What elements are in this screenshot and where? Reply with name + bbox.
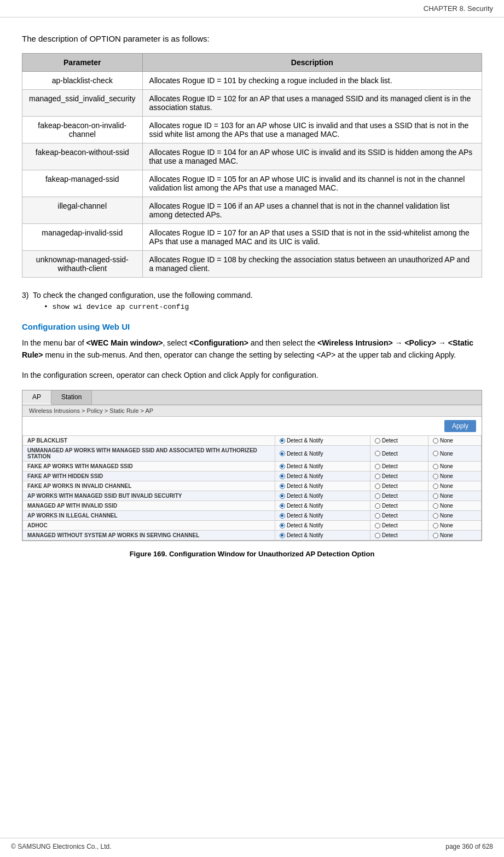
param-cell: illegal-channel xyxy=(22,197,143,224)
footer-left: © SAMSUNG Electronics Co., Ltd. xyxy=(11,843,112,850)
ui-row-none[interactable]: None xyxy=(428,471,481,481)
ui-row-detect[interactable]: Detect xyxy=(370,511,428,521)
ui-table-row: AP WORKS IN ILLEGAL CHANNEL Detect & Not… xyxy=(23,511,482,521)
ui-row-detect[interactable]: Detect xyxy=(370,471,428,481)
col-header-parameter: Parameter xyxy=(22,54,143,72)
ui-table-row: AP BLACKLIST Detect & Notify Detect None xyxy=(23,436,482,446)
ui-row-detect-notify[interactable]: Detect & Notify xyxy=(275,481,370,491)
ui-row-label: FAKE AP WITH HIDDEN SSID xyxy=(23,471,275,481)
ui-row-label: UNMANAGED AP WORKS WITH MANAGED SSID AND… xyxy=(23,446,275,462)
ui-row-none[interactable]: None xyxy=(428,436,481,446)
param-cell: managedap-invalid-ssid xyxy=(22,224,143,251)
desc-cell: Allocates Rogue ID = 101 by checking a r… xyxy=(142,72,482,90)
ui-row-detect-notify[interactable]: Detect & Notify xyxy=(275,501,370,511)
ui-row-none[interactable]: None xyxy=(428,446,481,462)
param-cell: unknownap-managed-ssid-withauth-client xyxy=(22,251,143,278)
body-text-2: In the configuration screen, operator ca… xyxy=(22,369,482,381)
figure-caption: Figure 169. Configuration Window for Una… xyxy=(22,550,482,558)
apply-button[interactable]: Apply xyxy=(444,420,476,432)
tab-station[interactable]: Station xyxy=(51,390,92,405)
page-footer: © SAMSUNG Electronics Co., Ltd. page 360… xyxy=(0,838,504,850)
ui-row-detect[interactable]: Detect xyxy=(370,446,428,462)
ui-row-label: MANAGED WITHOUT SYSTEM AP WORKS IN SERVI… xyxy=(23,531,275,540)
ui-row-label: FAKE AP WORKS IN INVALID CHANNEL xyxy=(23,481,275,491)
ui-row-detect-notify[interactable]: Detect & Notify xyxy=(275,436,370,446)
param-cell: managed_ssid_invalid_security xyxy=(22,90,143,117)
ui-row-detect[interactable]: Detect xyxy=(370,462,428,471)
ui-table-row: FAKE AP WITH HIDDEN SSID Detect & Notify… xyxy=(23,471,482,481)
ui-row-none[interactable]: None xyxy=(428,501,481,511)
ui-row-detect-notify[interactable]: Detect & Notify xyxy=(275,531,370,540)
ui-row-detect[interactable]: Detect xyxy=(370,481,428,491)
ui-row-none[interactable]: None xyxy=(428,531,481,540)
ui-table-row: AP WORKS WITH MANAGED SSID BUT INVALID S… xyxy=(23,491,482,501)
table-row: managedap-invalid-ssidAllocates Rogue ID… xyxy=(22,224,482,251)
ui-row-detect[interactable]: Detect xyxy=(370,491,428,501)
ui-row-none[interactable]: None xyxy=(428,491,481,501)
ui-row-detect[interactable]: Detect xyxy=(370,501,428,511)
ui-row-detect-notify[interactable]: Detect & Notify xyxy=(275,491,370,501)
body-text-1: In the menu bar of <WEC Main window>, se… xyxy=(22,337,482,361)
ui-row-label: AP WORKS IN ILLEGAL CHANNEL xyxy=(23,511,275,521)
param-cell: ap-blacklist-check xyxy=(22,72,143,90)
desc-cell: Allocates Rogue ID = 102 for an AP that … xyxy=(142,90,482,117)
intro-text: The description of OPTION parameter is a… xyxy=(22,34,482,43)
ui-row-detect[interactable]: Detect xyxy=(370,531,428,540)
table-row: ap-blacklist-checkAllocates Rogue ID = 1… xyxy=(22,72,482,90)
page-content: The description of OPTION parameter is a… xyxy=(0,18,504,591)
ui-table-row: FAKE AP WORKS IN INVALID CHANNEL Detect … xyxy=(23,481,482,491)
col-header-description: Description xyxy=(142,54,482,72)
ui-table-row: ADHOC Detect & Notify Detect None xyxy=(23,521,482,531)
table-row: illegal-channelAllocates Rogue ID = 106 … xyxy=(22,197,482,224)
ui-row-detect-notify[interactable]: Detect & Notify xyxy=(275,521,370,531)
ui-row-none[interactable]: None xyxy=(428,521,481,531)
param-cell: fakeap-beacon-without-ssid xyxy=(22,143,143,170)
ui-table-row: UNMANAGED AP WORKS WITH MANAGED SSID AND… xyxy=(23,446,482,462)
ui-row-detect-notify[interactable]: Detect & Notify xyxy=(275,511,370,521)
footer-right: page 360 of 628 xyxy=(445,843,493,850)
desc-cell: Allocates rogue ID = 103 for an AP whose… xyxy=(142,117,482,143)
step-description: To check the changed configuration, use … xyxy=(33,291,253,300)
ui-row-detect[interactable]: Detect xyxy=(370,436,428,446)
ui-screenshot: AP Station Wireless Intrusions > Policy … xyxy=(22,390,482,541)
ui-row-detect[interactable]: Detect xyxy=(370,521,428,531)
tab-bar: AP Station xyxy=(22,390,482,405)
ui-table-row: MANAGED WITHOUT SYSTEM AP WORKS IN SERVI… xyxy=(23,531,482,540)
table-row: unknownap-managed-ssid-withauth-clientAl… xyxy=(22,251,482,278)
step-number: 3) xyxy=(22,291,28,300)
breadcrumb: Wireless Intrusions > Policy > Static Ru… xyxy=(22,405,482,417)
step-bullet: • show wi device ap current-config xyxy=(44,303,482,311)
step-text: 3) To check the changed configuration, u… xyxy=(22,291,482,300)
page-header: CHAPTER 8. Security xyxy=(0,0,504,18)
ui-row-label: MANAGED AP WITH INVALID SSID xyxy=(23,501,275,511)
ui-row-none[interactable]: None xyxy=(428,511,481,521)
table-row: fakeap-managed-ssidAllocates Rogue ID = … xyxy=(22,170,482,197)
desc-cell: Allocates Rogue ID = 108 by checking the… xyxy=(142,251,482,278)
desc-cell: Allocates Rogue ID = 106 if an AP uses a… xyxy=(142,197,482,224)
ui-table-row: FAKE AP WORKS WITH MANAGED SSID Detect &… xyxy=(23,462,482,471)
tab-ap[interactable]: AP xyxy=(22,390,51,405)
chapter-title: CHAPTER 8. Security xyxy=(424,4,493,13)
ui-row-detect-notify[interactable]: Detect & Notify xyxy=(275,471,370,481)
ui-row-detect-notify[interactable]: Detect & Notify xyxy=(275,446,370,462)
desc-cell: Allocates Rogue ID = 107 for an AP that … xyxy=(142,224,482,251)
ui-row-label: FAKE AP WORKS WITH MANAGED SSID xyxy=(23,462,275,471)
ui-row-label: AP BLACKLIST xyxy=(23,436,275,446)
ui-table-row: MANAGED AP WITH INVALID SSID Detect & No… xyxy=(23,501,482,511)
desc-cell: Allocates Rogue ID = 104 for an AP whose… xyxy=(142,143,482,170)
table-row: managed_ssid_invalid_securityAllocates R… xyxy=(22,90,482,117)
ui-options-table: AP BLACKLIST Detect & Notify Detect None… xyxy=(22,435,482,540)
step-section: 3) To check the changed configuration, u… xyxy=(22,291,482,311)
param-cell: fakeap-managed-ssid xyxy=(22,170,143,197)
ui-row-label: ADHOC xyxy=(23,521,275,531)
table-row: fakeap-beacon-on-invalid-channelAllocate… xyxy=(22,117,482,143)
table-row: fakeap-beacon-without-ssidAllocates Rogu… xyxy=(22,143,482,170)
ui-row-detect-notify[interactable]: Detect & Notify xyxy=(275,462,370,471)
desc-cell: Allocates Rogue ID = 105 for an AP whose… xyxy=(142,170,482,197)
param-cell: fakeap-beacon-on-invalid-channel xyxy=(22,117,143,143)
ui-row-label: AP WORKS WITH MANAGED SSID BUT INVALID S… xyxy=(23,491,275,501)
ui-row-none[interactable]: None xyxy=(428,481,481,491)
parameter-table: Parameter Description ap-blacklist-check… xyxy=(22,53,482,278)
ui-row-none[interactable]: None xyxy=(428,462,481,471)
section-title: Configuration using Web UI xyxy=(22,322,482,331)
